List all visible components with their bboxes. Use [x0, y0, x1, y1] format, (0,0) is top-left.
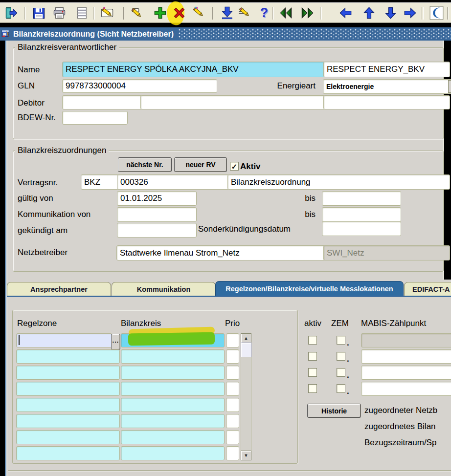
- regelzone-input[interactable]: [16, 446, 120, 460]
- neuer-rv-button[interactable]: neuer RV: [174, 157, 227, 172]
- mabis-zaehlpunkt-field[interactable]: [361, 349, 451, 364]
- vertragsnr-label: Vertragsnr.: [18, 178, 58, 188]
- arrow-right-icon[interactable]: [401, 5, 419, 21]
- aktiv-checkbox[interactable]: ✓: [230, 162, 239, 171]
- regelzone-input[interactable]: [16, 333, 112, 347]
- save-icon[interactable]: [30, 5, 47, 21]
- prio-input[interactable]: [226, 349, 239, 364]
- edit-icon[interactable]: [235, 5, 253, 21]
- prio-header: Prio: [225, 319, 240, 328]
- bilanzkreis-input[interactable]: [121, 446, 225, 460]
- bilanzkreis-input[interactable]: [121, 398, 225, 412]
- bdew-field[interactable]: [62, 111, 128, 125]
- sonderkuendigung-label: Sonderkündigungsdatum: [198, 224, 291, 234]
- import-icon[interactable]: [218, 5, 236, 21]
- prio-input[interactable]: [226, 398, 239, 412]
- debitor-number-field[interactable]: [62, 95, 146, 109]
- enter-query-icon[interactable]: [98, 5, 116, 21]
- print-icon[interactable]: [50, 5, 68, 21]
- delete-record-icon[interactable]: [170, 5, 188, 21]
- name-short-field[interactable]: RESPECT ENERGY_BKV: [323, 62, 450, 77]
- bilanzkreis-input[interactable]: [121, 382, 225, 396]
- mabis-aktiv-checkbox[interactable]: [308, 352, 317, 361]
- bilanzkreis-input[interactable]: [121, 414, 225, 428]
- exit-icon[interactable]: [2, 5, 20, 21]
- toolbar-separator: [447, 7, 449, 20]
- aktiv-header: aktiv: [304, 319, 321, 328]
- prio-input[interactable]: [226, 430, 239, 444]
- toolbar-separator: [24, 7, 26, 20]
- mabis-zaehlpunkt-field[interactable]: [361, 366, 451, 380]
- mabis-zem-checkbox[interactable]: [337, 352, 345, 361]
- bilanzkreis-input[interactable]: [121, 430, 225, 444]
- debitor-extra-field[interactable]: [323, 95, 450, 109]
- prio-input[interactable]: [226, 414, 239, 428]
- prio-input[interactable]: [226, 382, 239, 396]
- toolbar: ?: [0, 2, 451, 23]
- app-logo-icon[interactable]: [428, 5, 445, 21]
- mabis-zem-checkbox[interactable]: [337, 384, 345, 393]
- window-titlebar[interactable]: Bilanzkreiszuordnung (Sicht Netzbetreibe…: [0, 27, 451, 41]
- mabis-aktiv-checkbox[interactable]: [308, 368, 317, 377]
- next-block-icon[interactable]: [298, 5, 316, 21]
- tab-kommunikation[interactable]: Kommunikation: [112, 282, 216, 296]
- mabis-zem-checkbox[interactable]: [337, 368, 345, 377]
- prio-input[interactable]: [226, 446, 239, 460]
- historie-button[interactable]: Historie: [307, 404, 361, 418]
- regelzone-input[interactable]: [16, 398, 120, 412]
- gekuendigt-am-field[interactable]: [117, 223, 197, 238]
- bilanzkreis-input[interactable]: [121, 366, 225, 380]
- sonderkuendigung-field[interactable]: [322, 221, 401, 236]
- scrollbar-thumb[interactable]: [241, 343, 251, 357]
- regelzone-input[interactable]: [16, 414, 120, 428]
- previous-block-icon[interactable]: [277, 5, 294, 21]
- chevron-down-icon[interactable]: ▼: [448, 80, 451, 93]
- execute-query-icon[interactable]: [129, 5, 146, 21]
- regelzone-input[interactable]: [16, 349, 120, 364]
- kommunikation-bis-field[interactable]: [322, 207, 401, 222]
- regelzone-input[interactable]: [16, 366, 120, 380]
- info-line: zugeordneter Netzb: [364, 406, 437, 415]
- naechste-nr-button[interactable]: nächste Nr.: [118, 157, 172, 172]
- kommunikation-von-field[interactable]: [117, 207, 197, 222]
- scroll-down-icon[interactable]: ▼: [241, 451, 251, 460]
- vertrag-bezeichnung-field[interactable]: Bilanzkreiszuordnung: [227, 174, 450, 190]
- mabis-aktiv-checkbox[interactable]: [308, 384, 317, 393]
- update-record-icon[interactable]: [190, 5, 208, 21]
- tab-ansprechpartner[interactable]: Ansprechpartner: [7, 282, 111, 296]
- arrow-down-icon[interactable]: [382, 5, 399, 21]
- help-icon[interactable]: ?: [255, 5, 273, 21]
- debitor-name-field[interactable]: [140, 95, 328, 109]
- regelzone-input[interactable]: [16, 430, 120, 444]
- regelzone-lov-button[interactable]: ...: [111, 334, 120, 350]
- arrow-left-icon[interactable]: [337, 5, 354, 21]
- tab-regelzonen-bilanzkreise[interactable]: Regelzonen/Bilanzkreise/virtuelle Messlo…: [215, 281, 404, 296]
- vertragsnummer-field[interactable]: 000326: [117, 174, 230, 190]
- arrow-up-icon[interactable]: [360, 5, 378, 21]
- bilanzkreis-header: Bilanzkreis: [121, 319, 161, 328]
- mabis-zem-checkbox[interactable]: [337, 336, 345, 345]
- scroll-up-icon[interactable]: ▲: [241, 333, 251, 343]
- gln-label: GLN: [18, 81, 35, 91]
- energieart-value: Elektroenergie: [326, 83, 374, 90]
- gueltig-bis-field[interactable]: [322, 191, 401, 206]
- gueltig-von-field[interactable]: 01.01.2025: [117, 191, 197, 206]
- energieart-dropdown[interactable]: Elektroenergie ▼: [323, 79, 451, 94]
- prio-input[interactable]: [226, 366, 239, 380]
- page-title: Bilanzkreiszuordnung (Sicht Netzbetreibe…: [13, 30, 174, 39]
- name-field[interactable]: RESPECT ENERGY SPÓLKA AKCYJNA_BKV: [62, 62, 328, 77]
- insert-record-icon[interactable]: [151, 5, 169, 21]
- debitor-label: Debitor: [18, 98, 45, 108]
- regelzone-input[interactable]: [16, 382, 120, 396]
- mabis-zaehlpunkt-field[interactable]: [361, 382, 451, 396]
- zem-dot: .: [347, 354, 349, 364]
- prio-input[interactable]: [226, 333, 239, 347]
- window-border-left: [5, 41, 7, 476]
- netzbetreiber-field[interactable]: Stadtwerke Ilmenau Strom_Netz: [116, 245, 328, 260]
- gln-field[interactable]: 9978733000004: [62, 79, 217, 93]
- tab-edifact[interactable]: EDIFACT-A: [404, 282, 451, 296]
- list-icon[interactable]: [73, 5, 90, 21]
- bilanzkreis-input[interactable]: [121, 349, 225, 364]
- mabis-aktiv-checkbox[interactable]: [308, 336, 317, 345]
- vertragsart-field[interactable]: BKZ: [81, 174, 122, 190]
